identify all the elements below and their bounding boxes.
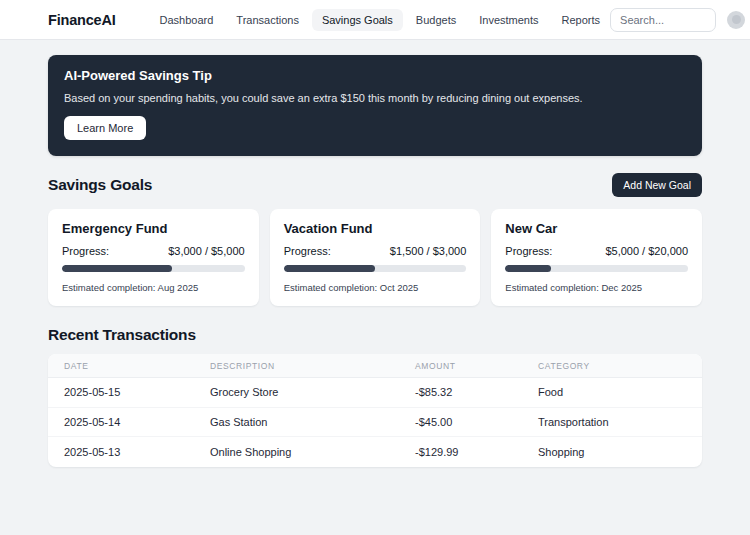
tip-title: AI-Powered Savings Tip [64,68,686,83]
goal-title: Vacation Fund [284,221,467,236]
cell-category: Transportation [538,416,686,428]
goal-progress-row: Progress: $5,000 / $20,000 [505,245,688,257]
nav-item-reports[interactable]: Reports [552,9,611,31]
column-header-date: DATE [64,361,210,371]
goal-card-new-car: New Car Progress: $5,000 / $20,000 Estim… [491,209,702,306]
main-content: AI-Powered Savings Tip Based on your spe… [0,40,750,467]
top-navbar: FinanceAI Dashboard Transactions Savings… [0,0,750,40]
goal-card-emergency-fund: Emergency Fund Progress: $3,000 / $5,000… [48,209,259,306]
table-row: 2025-05-15 Grocery Store -$85.32 Food [48,378,702,408]
goal-completion-estimate: Estimated completion: Oct 2025 [284,282,467,293]
goal-progress-row: Progress: $1,500 / $3,000 [284,245,467,257]
cell-date: 2025-05-15 [64,386,210,398]
goal-progress-row: Progress: $3,000 / $5,000 [62,245,245,257]
cell-amount: -$129.99 [415,446,538,458]
cell-date: 2025-05-13 [64,446,210,458]
progress-amount: $3,000 / $5,000 [168,245,244,257]
progress-amount: $1,500 / $3,000 [390,245,466,257]
cell-amount: -$45.00 [415,416,538,428]
recent-transactions-title: Recent Transactions [48,326,702,344]
progress-bar-fill [284,265,375,272]
cell-description: Online Shopping [210,446,415,458]
progress-label: Progress: [505,245,552,257]
goal-card-vacation-fund: Vacation Fund Progress: $1,500 / $3,000 … [270,209,481,306]
progress-label: Progress: [62,245,109,257]
cell-amount: -$85.32 [415,386,538,398]
progress-amount: $5,000 / $20,000 [605,245,688,257]
nav-item-budgets[interactable]: Budgets [406,9,466,31]
progress-label: Progress: [284,245,331,257]
search-input[interactable] [610,8,716,32]
main-nav: Dashboard Transactions Savings Goals Bud… [150,9,611,31]
savings-goals-title: Savings Goals [48,176,152,194]
column-header-category: CATEGORY [538,361,686,371]
cell-description: Gas Station [210,416,415,428]
nav-item-investments[interactable]: Investments [469,9,548,31]
learn-more-button[interactable]: Learn More [64,116,146,140]
notification-circle-icon[interactable] [727,11,745,29]
navbar-right [610,8,750,32]
nav-item-savings-goals[interactable]: Savings Goals [312,9,403,31]
nav-item-transactions[interactable]: Transactions [226,9,309,31]
progress-bar-fill [505,265,551,272]
savings-goals-header: Savings Goals Add New Goal [48,173,702,197]
progress-bar [284,265,467,272]
table-row: 2025-05-13 Online Shopping -$129.99 Shop… [48,437,702,467]
add-new-goal-button[interactable]: Add New Goal [612,173,702,197]
goal-completion-estimate: Estimated completion: Aug 2025 [62,282,245,293]
nav-item-dashboard[interactable]: Dashboard [150,9,224,31]
app-logo: FinanceAI [48,12,116,28]
progress-bar [62,265,245,272]
table-header-row: DATE DESCRIPTION AMOUNT CATEGORY [48,354,702,378]
tip-body: Based on your spending habits, you could… [64,92,686,104]
goal-completion-estimate: Estimated completion: Dec 2025 [505,282,688,293]
column-header-amount: AMOUNT [415,361,538,371]
goals-grid: Emergency Fund Progress: $3,000 / $5,000… [48,209,702,306]
goal-title: Emergency Fund [62,221,245,236]
progress-bar [505,265,688,272]
table-row: 2025-05-14 Gas Station -$45.00 Transport… [48,408,702,438]
cell-category: Food [538,386,686,398]
cell-description: Grocery Store [210,386,415,398]
goal-title: New Car [505,221,688,236]
column-header-description: DESCRIPTION [210,361,415,371]
ai-tip-banner: AI-Powered Savings Tip Based on your spe… [48,55,702,156]
transactions-table: DATE DESCRIPTION AMOUNT CATEGORY 2025-05… [48,354,702,467]
notification-circle-inner-icon [732,15,741,24]
progress-bar-fill [62,265,172,272]
cell-date: 2025-05-14 [64,416,210,428]
cell-category: Shopping [538,446,686,458]
